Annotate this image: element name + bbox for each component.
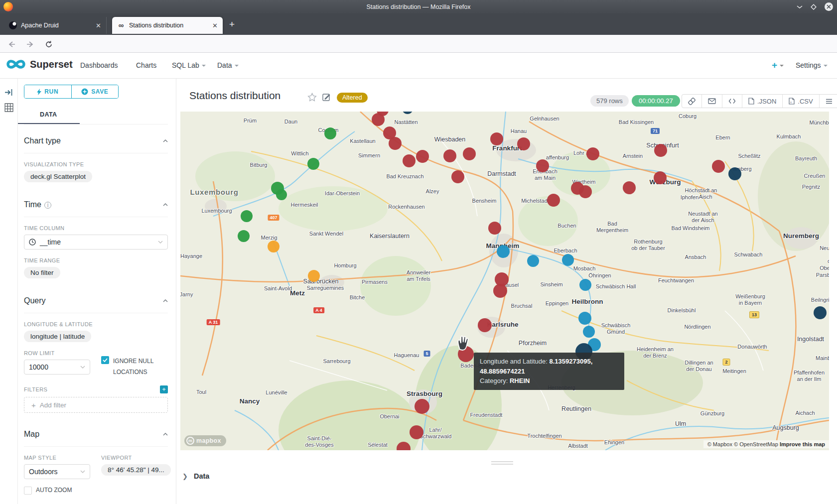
map-data-point[interactable] bbox=[493, 284, 507, 298]
map-place-label: Neumarkt in der Oberpfalz bbox=[820, 245, 829, 271]
map-place-label: Bad Mergentheim bbox=[596, 221, 628, 234]
edit-properties-icon[interactable] bbox=[322, 93, 331, 103]
map-data-point[interactable] bbox=[517, 137, 530, 150]
map-data-point[interactable] bbox=[654, 144, 667, 157]
map-data-point[interactable] bbox=[814, 306, 827, 319]
map-data-point[interactable] bbox=[488, 222, 501, 235]
map-data-point[interactable] bbox=[307, 158, 319, 170]
maximize-button[interactable] bbox=[811, 4, 817, 10]
map-data-point[interactable] bbox=[451, 170, 464, 183]
expand-panel-icon[interactable] bbox=[4, 89, 13, 96]
map-data-point[interactable] bbox=[586, 147, 599, 160]
minimize-button[interactable] bbox=[797, 5, 803, 9]
new-tab-button[interactable]: + bbox=[229, 19, 235, 29]
row-limit-select[interactable]: 10000 bbox=[24, 360, 90, 375]
section-chart-type[interactable]: Chart type bbox=[24, 125, 168, 153]
map-data-point[interactable] bbox=[238, 230, 250, 242]
map-data-point[interactable] bbox=[712, 160, 725, 173]
viewport-value[interactable]: 8° 46' 45.28" | 49... bbox=[101, 464, 171, 476]
time-range-value[interactable]: No filter bbox=[24, 267, 60, 278]
map-data-point[interactable] bbox=[324, 127, 336, 139]
map-data-point[interactable] bbox=[583, 326, 595, 338]
map-place-label: Scheßlitz bbox=[738, 153, 760, 159]
map-data-point[interactable] bbox=[579, 185, 592, 198]
time-column-select[interactable]: __time bbox=[24, 235, 168, 250]
map-data-point[interactable] bbox=[478, 318, 492, 332]
chart-menu-button[interactable] bbox=[820, 95, 837, 108]
row-limit-label: ROW LIMIT bbox=[24, 350, 90, 356]
map-data-point[interactable] bbox=[389, 137, 402, 150]
map-data-point[interactable] bbox=[497, 245, 510, 258]
section-time[interactable]: Timei bbox=[24, 188, 168, 217]
map-data-point[interactable] bbox=[527, 255, 539, 267]
map-data-point[interactable] bbox=[416, 150, 429, 163]
nav-charts[interactable]: Charts bbox=[136, 61, 156, 69]
map-canvas[interactable]: Longitude and Latitude: 8.1359273095, 48… bbox=[180, 112, 829, 450]
map-data-point[interactable] bbox=[547, 194, 560, 207]
add-filter-box[interactable]: + Add filter bbox=[24, 397, 168, 413]
email-button[interactable] bbox=[702, 95, 722, 108]
map-style-select[interactable]: Outdoors bbox=[24, 464, 90, 479]
tab-stations-distribution[interactable]: ∞ Stations distribution ✕ bbox=[112, 17, 223, 34]
mapbox-logo[interactable]: m mapbox bbox=[184, 435, 226, 446]
hand-cursor-icon bbox=[455, 334, 472, 354]
add-filter-plus-button[interactable]: + bbox=[160, 385, 168, 393]
map-data-point[interactable] bbox=[463, 147, 476, 160]
save-button[interactable]: SAVE bbox=[72, 85, 119, 98]
ignore-null-checkbox[interactable] bbox=[101, 356, 109, 364]
altered-badge[interactable]: Altered bbox=[337, 93, 368, 103]
map-data-point[interactable] bbox=[241, 210, 253, 222]
map-data-point[interactable] bbox=[578, 312, 591, 325]
map-data-point[interactable] bbox=[308, 270, 320, 282]
embed-code-button[interactable] bbox=[722, 95, 742, 108]
export-json-button[interactable]: .JSON bbox=[742, 95, 783, 108]
map-place-label: Hanau bbox=[511, 128, 527, 134]
panel-resize-handle[interactable] bbox=[491, 461, 513, 465]
map-data-point[interactable] bbox=[410, 425, 423, 439]
map-data-point[interactable] bbox=[562, 254, 574, 266]
map-data-point[interactable] bbox=[276, 189, 287, 200]
map-data-point[interactable] bbox=[415, 399, 429, 414]
map-data-point[interactable] bbox=[536, 159, 549, 172]
reload-button[interactable] bbox=[43, 39, 54, 50]
lonlat-value[interactable]: longitude | latitude bbox=[24, 331, 91, 342]
nav-sql-lab[interactable]: SQL Lab bbox=[172, 61, 206, 69]
auto-zoom-checkbox[interactable] bbox=[24, 487, 32, 495]
nav-dashboards[interactable]: Dashboards bbox=[80, 61, 118, 69]
mapbox-icon: m bbox=[186, 437, 194, 445]
nav-data[interactable]: Data bbox=[217, 61, 239, 69]
back-button[interactable] bbox=[6, 39, 17, 50]
map-place-label: Kaiserslautern bbox=[370, 233, 410, 240]
map-data-point[interactable] bbox=[443, 149, 456, 162]
tab-apache-druid[interactable]: Apache Druid ✕ bbox=[4, 17, 107, 34]
map-data-point[interactable] bbox=[654, 171, 667, 184]
section-query[interactable]: Query bbox=[24, 284, 168, 313]
copy-link-button[interactable] bbox=[682, 95, 702, 108]
tab-data[interactable]: DATA bbox=[24, 110, 168, 125]
favorite-star-icon[interactable] bbox=[307, 93, 317, 104]
tab-close-icon[interactable]: ✕ bbox=[212, 22, 218, 29]
data-section-toggle[interactable]: ❯ Data bbox=[182, 472, 209, 480]
improve-map-link[interactable]: Improve this map bbox=[780, 441, 825, 447]
nav-add-button[interactable]: + bbox=[772, 60, 784, 71]
tab-close-icon[interactable]: ✕ bbox=[96, 22, 101, 29]
close-button[interactable] bbox=[825, 2, 833, 11]
section-map[interactable]: Map bbox=[24, 418, 168, 447]
map-data-point[interactable] bbox=[490, 132, 503, 145]
control-panel: RUN SAVE DATA Chart type VISUALIZATION T… bbox=[18, 79, 176, 504]
datasource-grid-icon[interactable] bbox=[4, 103, 13, 112]
chevron-down-icon bbox=[158, 240, 163, 245]
forward-button[interactable] bbox=[25, 39, 36, 50]
export-csv-button[interactable]: x.CSV bbox=[783, 95, 819, 108]
viz-type-value[interactable]: deck.gl Scatterplot bbox=[24, 171, 92, 182]
map-place-label: Nastätten bbox=[394, 119, 418, 126]
map-data-point[interactable] bbox=[728, 167, 741, 180]
run-button[interactable]: RUN bbox=[24, 85, 72, 98]
map-data-point[interactable] bbox=[268, 241, 279, 252]
superset-logo[interactable]: Superset bbox=[6, 58, 73, 71]
map-data-point[interactable] bbox=[579, 279, 591, 291]
map-place-label: Bensheim bbox=[472, 198, 497, 204]
nav-settings[interactable]: Settings bbox=[796, 61, 828, 69]
map-data-point[interactable] bbox=[623, 181, 636, 194]
map-data-point[interactable] bbox=[403, 154, 416, 167]
